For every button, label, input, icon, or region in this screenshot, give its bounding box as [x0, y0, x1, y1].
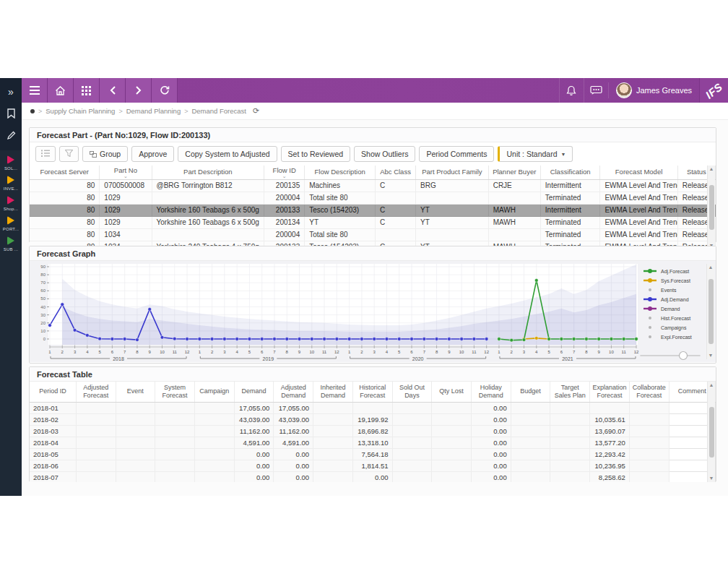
- copy-system-to-adjusted-button[interactable]: Copy System to Adjusted: [178, 146, 277, 162]
- forecast-row-2018-03[interactable]: 2018-0311,162.0011,162.0018,696.820.0013…: [30, 425, 716, 437]
- data-point[interactable]: [572, 338, 576, 341]
- forecast-row-2018-02[interactable]: 2018-0243,039.0043,039.0019,199.920.0010…: [30, 413, 716, 425]
- column-header-planner-buyer[interactable]: Planner Buyer: [488, 166, 540, 179]
- chat-icon[interactable]: [584, 78, 608, 103]
- data-point[interactable]: [560, 338, 563, 341]
- filter-icon-button[interactable]: [59, 146, 79, 162]
- breadcrumb-root-dot[interactable]: [30, 109, 35, 113]
- data-point[interactable]: [522, 338, 526, 342]
- part-row-0[interactable]: 800700500008@BRG Torrington B812200135Ma…: [30, 179, 716, 192]
- data-point[interactable]: [160, 335, 164, 339]
- data-point[interactable]: [198, 338, 202, 341]
- column-header-part-product-family[interactable]: Part Product Family: [416, 166, 489, 179]
- data-point[interactable]: [148, 307, 152, 311]
- forecast-row-2018-07[interactable]: 2018-070.000.000.000.008,258.62: [30, 471, 716, 482]
- breadcrumb-item-2[interactable]: Demand Forecast: [191, 107, 246, 115]
- data-point[interactable]: [73, 328, 77, 332]
- home-icon[interactable]: [48, 78, 74, 103]
- data-point[interactable]: [534, 278, 538, 282]
- data-point[interactable]: [136, 338, 139, 342]
- data-point[interactable]: [310, 338, 313, 341]
- data-point[interactable]: [485, 338, 488, 341]
- pencil-icon[interactable]: [0, 124, 22, 146]
- column-header-classification[interactable]: Classification: [540, 166, 600, 179]
- data-point[interactable]: [186, 338, 189, 341]
- data-point[interactable]: [510, 338, 514, 342]
- data-point[interactable]: [534, 336, 538, 340]
- hamburger-menu-icon[interactable]: [22, 78, 48, 103]
- data-point[interactable]: [110, 338, 114, 341]
- data-point[interactable]: [410, 338, 414, 341]
- forecast-row-2018-01[interactable]: 2018-0117,055.0017,055.000.00: [30, 402, 716, 413]
- fcolumn-header-holiday-demand[interactable]: Holiday Demand: [471, 382, 511, 402]
- notifications-bell-icon[interactable]: [559, 78, 584, 103]
- forecast-row-2018-05[interactable]: 2018-050.000.007,564.180.0012,293.42: [30, 448, 716, 460]
- part-row-2[interactable]: 801029Yorkshire 160 Teabags 6 x 500g2001…: [30, 204, 716, 216]
- period-comments-button[interactable]: Period Comments: [419, 146, 494, 162]
- forecast-table-scrollbar[interactable]: ▲▼: [707, 382, 715, 482]
- fcolumn-header-target-sales-plan[interactable]: Target Sales Plan: [550, 382, 590, 402]
- legend-item-adj-demand[interactable]: Adj.Demand: [644, 297, 689, 303]
- data-point[interactable]: [123, 338, 126, 341]
- data-point[interactable]: [447, 338, 451, 341]
- fcolumn-header-historical-forecast[interactable]: Historical Forecast: [352, 382, 392, 402]
- fcolumn-header-collaborate-forecast[interactable]: Collaborate Forecast: [629, 382, 669, 402]
- data-point[interactable]: [173, 337, 176, 340]
- bookmark-icon[interactable]: [0, 103, 22, 124]
- data-point[interactable]: [498, 338, 501, 341]
- column-header-flow-id[interactable]: Flow ID⌄: [264, 166, 305, 179]
- refresh-icon[interactable]: [152, 78, 178, 103]
- fcolumn-header-explanation-forecast[interactable]: Explanation Forecast: [590, 382, 630, 402]
- zoom-slider-handle[interactable]: [680, 352, 688, 360]
- expand-sidebar-icon[interactable]: »: [0, 81, 22, 103]
- data-point[interactable]: [347, 338, 351, 341]
- data-point[interactable]: [98, 337, 102, 340]
- detail-list-icon-button[interactable]: [35, 146, 56, 162]
- column-header-forecast-server[interactable]: Forecast Server: [30, 166, 100, 179]
- column-header-part-description[interactable]: Part Description: [152, 166, 264, 179]
- data-point[interactable]: [335, 338, 339, 341]
- group-button[interactable]: Group: [82, 146, 128, 162]
- fcolumn-header-qty-lost[interactable]: Qty Lost: [432, 382, 472, 402]
- data-point[interactable]: [397, 338, 401, 341]
- fcolumn-header-adjusted-forecast[interactable]: Adjusted Forecast: [76, 382, 116, 402]
- data-point[interactable]: [385, 338, 389, 341]
- data-point[interactable]: [222, 338, 226, 341]
- data-point[interactable]: [610, 338, 613, 341]
- back-icon[interactable]: [100, 78, 126, 103]
- part-row-1[interactable]: 801029200004Total site 80TerminatedEWMA …: [30, 192, 716, 204]
- data-point[interactable]: [298, 338, 301, 341]
- parts-table-scrollbar[interactable]: ▲▼: [707, 166, 715, 249]
- forward-icon[interactable]: [126, 78, 152, 103]
- data-point[interactable]: [210, 338, 214, 341]
- column-header-part-no[interactable]: Part No⌄: [100, 166, 152, 179]
- data-point[interactable]: [248, 338, 251, 341]
- forecast-row-2018-06[interactable]: 2018-060.000.001,814.510.0010,236.95: [30, 460, 716, 471]
- data-point[interactable]: [260, 338, 264, 341]
- unit-dropdown[interactable]: Unit : Standard ▼: [498, 146, 573, 162]
- data-point[interactable]: [273, 338, 277, 341]
- breadcrumb-refresh-icon[interactable]: ⟳: [253, 106, 259, 116]
- part-row-3[interactable]: 801029Yorkshire 160 Teabags 6 x 500g2001…: [30, 216, 716, 228]
- ifs-logo[interactable]: IFS: [699, 78, 728, 103]
- data-point[interactable]: [323, 338, 326, 341]
- data-point[interactable]: [622, 338, 625, 341]
- fcolumn-header-adjusted-demand[interactable]: Adjusted Demand: [274, 382, 313, 402]
- legend-item-adj-forecast[interactable]: Adj.Forecast: [644, 269, 689, 275]
- breadcrumb-item-0[interactable]: Supply Chain Planning: [46, 107, 115, 115]
- data-point[interactable]: [597, 338, 601, 341]
- data-point[interactable]: [584, 338, 588, 341]
- data-point[interactable]: [85, 333, 89, 337]
- column-header-flow-description[interactable]: Flow Description: [305, 166, 376, 179]
- data-point[interactable]: [547, 338, 551, 341]
- legend-item-events[interactable]: Events: [649, 288, 677, 293]
- set-to-reviewed-button[interactable]: Set to Reviewed: [281, 146, 350, 162]
- legend-item-expl-forecast[interactable]: Expl.Forecast: [649, 335, 692, 340]
- data-point[interactable]: [235, 338, 239, 341]
- data-point[interactable]: [635, 338, 638, 341]
- fcolumn-header-demand[interactable]: Demand: [234, 382, 274, 402]
- part-row-4[interactable]: 801034200004Total site 80TerminatedEWMA …: [30, 228, 716, 241]
- sidebar-workspace-4[interactable]: SUB ...: [0, 236, 22, 252]
- approve-button[interactable]: Approve: [131, 146, 174, 162]
- graph-scrollbar[interactable]: ▲▼: [706, 264, 714, 359]
